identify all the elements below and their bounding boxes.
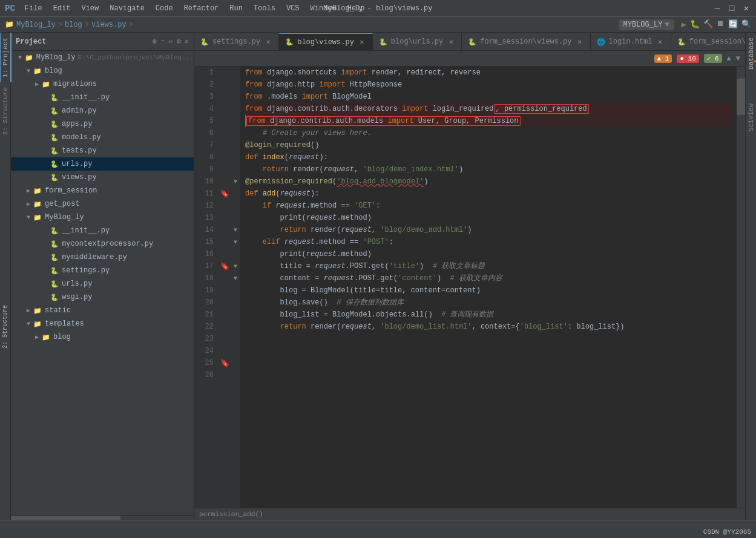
left-vtabs: 1: Project 2: Structure	[0, 33, 11, 520]
tree-models[interactable]: 🐍 models.py	[11, 131, 194, 144]
py-icon: 🐍	[50, 292, 59, 302]
tree-formsession[interactable]: ▶ 📁 form_session	[11, 184, 194, 197]
fold-icon5[interactable]: ▼	[234, 275, 237, 282]
sidebar-scrollbar[interactable]	[11, 515, 194, 520]
bookmark-icon: 🔖	[220, 189, 229, 198]
tree-init2[interactable]: 🐍 __init__.py	[11, 224, 194, 237]
left-vtab-project[interactable]: 1: Project	[0, 33, 12, 82]
fold-icon2[interactable]: ▼	[234, 227, 237, 234]
tree-templates-blog[interactable]: ▶ 📁 blog	[11, 330, 194, 344]
project-selector[interactable]: MYBLOG_LY ▼	[619, 19, 674, 30]
breadcrumb-blog[interactable]: blog	[65, 21, 82, 29]
menu-tools[interactable]: Tools	[251, 3, 278, 14]
sidebar-close-icon[interactable]: −	[160, 37, 165, 46]
tab-blog-views[interactable]: 🐍 blog\views.py ✕	[279, 33, 373, 50]
minimize-button[interactable]: ─	[712, 4, 722, 13]
tab-login[interactable]: 🌐 login.html ✕	[591, 33, 671, 50]
tree-migrations[interactable]: ▶ 📁 migrations	[11, 77, 194, 91]
menu-refactor[interactable]: Refactor	[182, 3, 222, 14]
tree-blog-folder[interactable]: ▼ 📁 blog	[11, 64, 194, 77]
arrow-icon: ▼	[24, 68, 33, 74]
run-icon[interactable]: ▶	[682, 19, 686, 30]
tree-settings[interactable]: 🐍 settings.py	[11, 264, 194, 277]
menu-view[interactable]: View	[79, 3, 101, 14]
sidebar-tree: ▼ 📁 MyBlog_ly E:\C_python\project\MyBlog…	[11, 51, 194, 515]
tab-form-urls[interactable]: 🐍 form_session\urls.py ✕	[671, 33, 745, 50]
breadcrumb-icon: 📁	[5, 20, 14, 29]
tree-getpost[interactable]: ▶ 📁 get_post	[11, 197, 194, 211]
close-icon[interactable]: ✕	[264, 38, 272, 46]
sidebar-expand-icon[interactable]: ⇔	[168, 37, 173, 46]
left-vtab-structure-bottom[interactable]: 2: Structure	[1, 303, 10, 351]
hint-text: permission_add()	[199, 511, 263, 518]
py-icon: 🐍	[50, 239, 59, 249]
tree-mycontext[interactable]: 🐍 mycontextprocessor.py	[11, 237, 194, 251]
titlebar-left: PC File Edit View Navigate Code Refactor…	[5, 3, 367, 14]
code-editor: 12345 678910 1112131415 1617181920 21222…	[194, 67, 745, 508]
close-icon[interactable]: ✕	[576, 38, 584, 46]
right-tab-acuview[interactable]: SciView	[746, 99, 756, 136]
menu-run[interactable]: Run	[227, 3, 245, 14]
editor-vertical-scrollbar[interactable]	[737, 67, 745, 508]
right-tab-database[interactable]: Database	[746, 33, 756, 74]
sidebar-collapse-icon[interactable]: ✕	[185, 37, 189, 46]
stop-icon[interactable]: ⏹	[717, 19, 725, 30]
menu-navigate[interactable]: Navigate	[107, 3, 147, 14]
py-icon: 🐍	[50, 252, 59, 262]
folder-icon: 📁	[41, 79, 51, 89]
chevron-down2-icon[interactable]: ▼	[736, 54, 740, 63]
sidebar-gear-icon[interactable]: ⚙	[177, 37, 181, 46]
tree-root[interactable]: ▼ 📁 MyBlog_ly E:\C_python\project\MyBlog…	[11, 51, 194, 64]
tree-urls-blog[interactable]: 🐍 urls.py	[11, 157, 194, 171]
tree-init1[interactable]: 🐍 __init__.py	[11, 91, 194, 104]
tree-root-label: MyBlog_ly	[36, 53, 76, 62]
tree-mymiddleware[interactable]: 🐍 mymiddleware.py	[11, 251, 194, 264]
close-icon[interactable]: ✕	[447, 38, 455, 46]
tab-login-label: login.html	[609, 38, 652, 46]
tab-blog-urls[interactable]: 🐍 blog\urls.py ✕	[373, 33, 462, 50]
tree-views-blog[interactable]: 🐍 views.py	[11, 171, 194, 184]
breadcrumb-project[interactable]: MyBlog_ly	[16, 21, 56, 29]
tree-urls-main[interactable]: 🐍 urls.py	[11, 277, 194, 290]
arrow-icon: ▶	[33, 333, 41, 341]
left-vtab-structure[interactable]: 2: Structure	[1, 82, 10, 140]
tree-models-label: models.py	[62, 133, 101, 142]
tree-wsgi[interactable]: 🐍 wsgi.py	[11, 290, 194, 304]
editor-tabs: 🐍 settings.py ✕ 🐍 blog\views.py ✕ 🐍 blog…	[194, 33, 745, 51]
fold-icon[interactable]: ▼	[234, 179, 237, 185]
sidebar-settings-icon[interactable]: ⚙	[153, 37, 157, 46]
bookmark-icon2: 🔖	[220, 262, 229, 271]
folder-icon: 📁	[33, 199, 42, 209]
tree-apps[interactable]: 🐍 apps.py	[11, 117, 194, 131]
tab-settings[interactable]: 🐍 settings.py ✕	[194, 33, 279, 50]
tree-admin[interactable]: 🐍 admin.py	[11, 104, 194, 117]
breadcrumb-file[interactable]: views.py	[91, 21, 127, 29]
build-icon[interactable]: 🔨	[703, 19, 713, 30]
line-numbers: 12345 678910 1112131415 1617181920 21222…	[194, 67, 219, 508]
scrollbar-thumb[interactable]	[737, 79, 745, 115]
close-button[interactable]: ✕	[741, 4, 751, 13]
reload-icon[interactable]: 🔄	[728, 19, 738, 30]
folder-icon: 📁	[41, 332, 51, 342]
tree-views-blog-label: views.py	[62, 173, 97, 182]
maximize-button[interactable]: □	[727, 4, 737, 13]
menu-code[interactable]: Code	[153, 3, 176, 14]
tree-myblogly-folder[interactable]: ▼ 📁 MyBlog_ly	[11, 211, 194, 224]
tree-templates[interactable]: ▼ 📁 templates	[11, 317, 194, 330]
menu-edit[interactable]: Edit	[51, 3, 73, 14]
code-content[interactable]: from django.shortcuts import render, red…	[240, 67, 737, 508]
menu-vcs[interactable]: VCS	[284, 3, 302, 14]
tree-tests[interactable]: 🐍 tests.py	[11, 144, 194, 157]
fold-icon3[interactable]: ▼	[234, 239, 237, 246]
chevron-up-icon[interactable]: ▲	[727, 54, 731, 63]
gutter-markers: 🔖 🔖 🔖	[219, 67, 231, 508]
sidebar: Project ⚙ − ⇔ ⚙ ✕ ▼ 📁 MyBlog_ly E:\C_pyt…	[11, 33, 194, 520]
search-icon[interactable]: 🔍	[741, 19, 751, 30]
fold-icon4[interactable]: ▼	[234, 263, 237, 270]
close-icon[interactable]: ✕	[358, 38, 366, 47]
debug-icon[interactable]: 🐛	[690, 19, 700, 30]
tab-form-views[interactable]: 🐍 form_session\views.py ✕	[462, 33, 590, 50]
tree-static[interactable]: ▶ 📁 static	[11, 304, 194, 317]
menu-file[interactable]: File	[22, 3, 45, 14]
close-icon[interactable]: ✕	[656, 38, 665, 46]
